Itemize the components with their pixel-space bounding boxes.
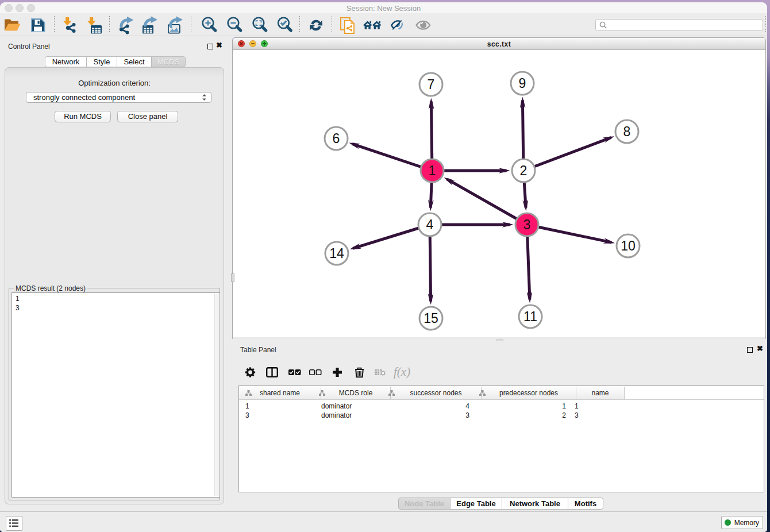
- svg-text:3: 3: [523, 217, 531, 232]
- svg-text:6: 6: [333, 131, 340, 146]
- svg-text:4: 4: [426, 217, 434, 232]
- svg-text:f(x): f(x): [394, 365, 410, 379]
- svg-text:11: 11: [523, 309, 537, 324]
- svg-text:8: 8: [623, 124, 631, 139]
- svg-text:10: 10: [621, 238, 636, 253]
- svg-text:9: 9: [519, 76, 526, 91]
- svg-text:7: 7: [428, 77, 435, 92]
- svg-text:2: 2: [520, 163, 528, 178]
- svg-text:15: 15: [424, 311, 438, 326]
- svg-text:1: 1: [429, 163, 436, 178]
- svg-text:14: 14: [329, 246, 344, 261]
